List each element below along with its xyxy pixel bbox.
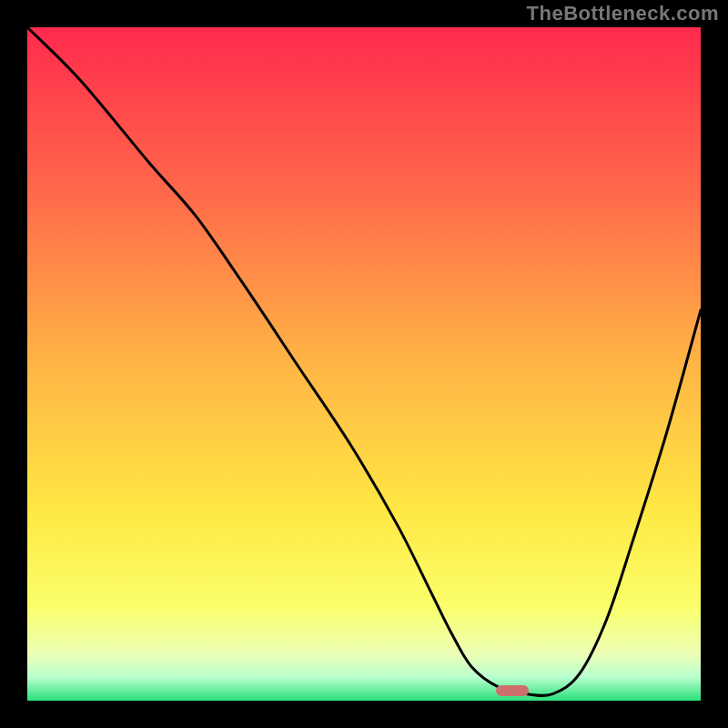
watermark-text: TheBottleneck.com bbox=[527, 2, 719, 25]
bottleneck-curve bbox=[27, 27, 701, 701]
optimal-point-marker bbox=[496, 685, 529, 696]
chart-frame: TheBottleneck.com bbox=[0, 0, 728, 728]
curve-path bbox=[27, 27, 701, 696]
plot-area bbox=[27, 27, 701, 701]
